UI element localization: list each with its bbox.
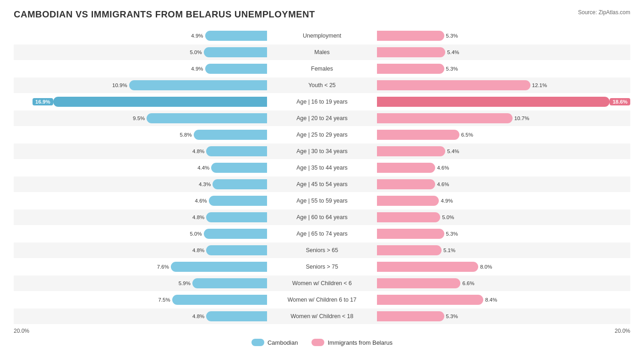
- left-area: 9.5%: [14, 110, 267, 126]
- bar-pink: [377, 295, 483, 305]
- legend-cambodian: Cambodian: [251, 339, 298, 346]
- bar-section: 5.0% Males 5.4%: [14, 44, 630, 60]
- bar-blue: [53, 97, 267, 107]
- bar-pink: [377, 245, 442, 255]
- row-label: Women w/ Children < 18: [267, 313, 377, 319]
- bar-pink: [377, 196, 439, 206]
- bar-value-right: 5.0%: [442, 215, 454, 220]
- right-area: 5.0%: [377, 209, 630, 225]
- bar-pink: [377, 179, 435, 189]
- left-area: 4.8%: [14, 143, 267, 159]
- bar-pink: [377, 229, 444, 239]
- legend-swatch-pink: [311, 339, 324, 346]
- chart-row: 4.9% Unemployment 5.3%: [14, 28, 630, 44]
- bar-value-right: 5.1%: [443, 248, 455, 253]
- bar-value-right: 4.6%: [437, 165, 449, 171]
- row-label: Youth < 25: [267, 82, 377, 88]
- legend-cambodian-label: Cambodian: [267, 339, 298, 346]
- bar-value-left: 5.0%: [190, 231, 202, 237]
- bar-section: 4.6% Age | 55 to 59 years 4.9%: [14, 193, 630, 209]
- bar-value-left: 10.9%: [112, 83, 127, 88]
- bar-value-right: 12.1%: [532, 83, 547, 88]
- bar-section: 4.4% Age | 35 to 44 years 4.6%: [14, 160, 630, 176]
- bar-blue: [206, 245, 267, 255]
- bar-section: 4.9% Unemployment 5.3%: [14, 28, 630, 44]
- row-label: Women w/ Children < 6: [267, 280, 377, 286]
- left-area: 7.5%: [14, 292, 267, 308]
- bar-pink: [377, 80, 530, 90]
- right-area: 6.5%: [377, 127, 630, 143]
- left-area: 4.4%: [14, 160, 267, 176]
- bar-value-left: 4.6%: [195, 198, 207, 204]
- bar-blue: [147, 113, 267, 123]
- left-area: 5.8%: [14, 127, 267, 143]
- right-area: 10.7%: [377, 110, 630, 126]
- bar-blue: [171, 262, 267, 272]
- bar-value-left: 16.9%: [33, 98, 53, 105]
- right-area: 5.1%: [377, 242, 630, 258]
- right-area: 5.3%: [377, 308, 630, 324]
- bar-value-right: 18.6%: [610, 98, 630, 105]
- left-area: 4.8%: [14, 308, 267, 324]
- bar-section: 4.3% Age | 45 to 54 years 4.6%: [14, 176, 630, 192]
- bar-section: 4.9% Females 5.3%: [14, 61, 630, 77]
- bar-blue: [209, 196, 267, 206]
- row-label: Females: [267, 66, 377, 72]
- bar-section: 10.9% Youth < 25 12.1%: [14, 77, 630, 93]
- right-area: 4.9%: [377, 193, 630, 209]
- bar-pink: [377, 47, 445, 57]
- bar-blue: [205, 31, 267, 41]
- bar-pink: [377, 31, 444, 41]
- bar-pink: [377, 146, 445, 156]
- bar-pink: [377, 97, 610, 107]
- left-area: 4.3%: [14, 176, 267, 192]
- row-label: Age | 55 to 59 years: [267, 198, 377, 204]
- bar-pink: [377, 130, 459, 140]
- bar-value-right: 8.0%: [480, 264, 492, 270]
- chart-row: 4.3% Age | 45 to 54 years 4.6%: [14, 176, 630, 192]
- left-area: 4.6%: [14, 193, 267, 209]
- bar-value-right: 5.3%: [446, 33, 458, 39]
- chart-header: CAMBODIAN VS IMMIGRANTS FROM BELARUS UNE…: [14, 9, 630, 20]
- bar-value-right: 5.3%: [446, 66, 458, 72]
- right-area: 8.4%: [377, 292, 630, 308]
- row-label: Males: [267, 49, 377, 55]
- bar-value-right: 8.4%: [485, 297, 497, 303]
- bar-pink: [377, 212, 440, 222]
- chart-row: 16.9% Age | 16 to 19 years 18.6%: [14, 94, 630, 110]
- chart-row: 9.5% Age | 20 to 24 years 10.7%: [14, 110, 630, 126]
- bar-value-right: 6.5%: [461, 132, 473, 138]
- bar-section: 4.8% Age | 30 to 34 years 5.4%: [14, 143, 630, 159]
- chart-container: CAMBODIAN VS IMMIGRANTS FROM BELARUS UNE…: [0, 0, 644, 347]
- left-area: 10.9%: [14, 77, 267, 93]
- bar-value-right: 5.4%: [447, 149, 459, 154]
- bar-blue: [206, 146, 267, 156]
- right-area: 4.6%: [377, 176, 630, 192]
- bar-section: 4.8% Women w/ Children < 18 5.3%: [14, 308, 630, 324]
- legend-belarus-label: Immigrants from Belarus: [327, 339, 393, 346]
- row-label: Seniors > 75: [267, 264, 377, 270]
- bar-blue: [172, 295, 267, 305]
- bar-blue: [205, 64, 267, 74]
- chart-row: 5.0% Age | 65 to 74 years 5.3%: [14, 226, 630, 242]
- chart-body: 4.9% Unemployment 5.3% 5.0%: [14, 28, 630, 324]
- chart-row: 7.5% Women w/ Children 6 to 17 8.4%: [14, 292, 630, 308]
- bar-value-left: 5.8%: [180, 132, 191, 138]
- bar-blue: [206, 212, 267, 222]
- chart-row: 5.8% Age | 25 to 29 years 6.5%: [14, 127, 630, 143]
- row-label: Unemployment: [267, 33, 377, 39]
- bar-value-right: 10.7%: [514, 116, 529, 121]
- chart-row: 10.9% Youth < 25 12.1%: [14, 77, 630, 93]
- bar-value-left: 4.9%: [191, 66, 203, 72]
- axis-spacer: [267, 328, 377, 334]
- bar-section: 5.8% Age | 25 to 29 years 6.5%: [14, 127, 630, 143]
- bar-blue: [206, 311, 267, 321]
- right-area: 8.0%: [377, 259, 630, 275]
- bar-pink: [377, 262, 478, 272]
- bar-section: 5.9% Women w/ Children < 6 6.6%: [14, 275, 630, 291]
- bar-section: 5.0% Age | 65 to 74 years 5.3%: [14, 226, 630, 242]
- bar-value-left: 7.6%: [157, 264, 169, 270]
- bar-value-left: 4.8%: [192, 215, 204, 220]
- bar-section: 7.5% Women w/ Children 6 to 17 8.4%: [14, 292, 630, 308]
- row-label: Age | 60 to 64 years: [267, 214, 377, 220]
